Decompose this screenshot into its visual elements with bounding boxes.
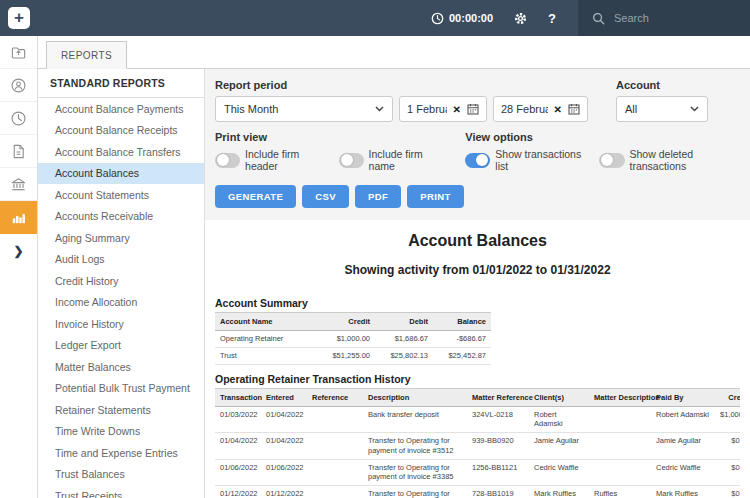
toggle-knob <box>601 154 613 166</box>
report-title: Account Balances <box>215 232 740 250</box>
cell: 01/04/2022 <box>261 433 307 460</box>
toggle-knob <box>341 154 353 166</box>
clock-icon <box>431 12 444 25</box>
filters-panel: Report period This Month <box>205 69 750 220</box>
cell: 728-BB1019 <box>467 486 529 498</box>
cell: 01/03/2022 <box>215 406 261 433</box>
timer-widget[interactable]: 00:00:00 <box>431 12 493 25</box>
sidebar-item-aging-summary[interactable]: Aging Summary <box>38 227 204 249</box>
view-options-toggles: Show transactions listShow deleted trans… <box>465 148 740 172</box>
view-options-label: View options <box>465 131 740 143</box>
cell: 939-BB0920 <box>467 433 529 460</box>
print-view-label: Print view <box>215 131 443 143</box>
generated-report: Account Balances Showing activity from 0… <box>205 220 750 498</box>
sidebar-item-retainer-statements[interactable]: Retainer Statements <box>38 399 204 421</box>
account-label: Account <box>616 79 708 91</box>
toggle-label: Show transactions list <box>495 148 586 172</box>
cell: Cedric Waffle <box>651 459 715 486</box>
date-from-input[interactable]: 1 February 2 ✕ <box>399 96 487 122</box>
toggle-show-deleted-transactions[interactable]: Show deleted transactions <box>599 148 740 172</box>
help-icon[interactable]: ? <box>548 11 556 26</box>
sidebar-item-potential-bulk-trust-payment[interactable]: Potential Bulk Trust Payment <box>38 378 204 400</box>
search-icon <box>592 12 605 25</box>
search-input[interactable]: Search <box>578 0 750 36</box>
column-header: Matter Description <box>589 388 651 406</box>
toggle-knob <box>217 154 229 166</box>
matters-icon[interactable] <box>0 36 37 69</box>
sidebar-section-header: STANDARD REPORTS <box>38 69 204 98</box>
cell: Jamie Aguilar <box>529 433 589 460</box>
cell <box>307 486 363 498</box>
cell: Mark Ruffles <box>529 486 589 498</box>
report-period-select[interactable]: This Month <box>215 96 393 122</box>
header-row: TransactionEnteredReferenceDescriptionMa… <box>215 388 740 406</box>
cell: Jamie Aguilar <box>651 433 715 460</box>
expand-sidebar-chevron-icon[interactable]: ❯ <box>0 234 37 267</box>
chevron-down-icon <box>375 106 384 112</box>
toggle-switch[interactable] <box>339 153 364 168</box>
cell: $1,000.00 <box>715 406 740 433</box>
cell <box>589 433 651 460</box>
search-placeholder: Search <box>614 12 649 24</box>
cell: Cedric Waffle <box>529 459 589 486</box>
toggle-switch[interactable] <box>215 153 240 168</box>
cell: $51,255.00 <box>317 347 375 364</box>
sidebar-item-income-allocation[interactable]: Income Allocation <box>38 292 204 314</box>
toggle-include-firm-header[interactable]: Include firm header <box>215 148 326 172</box>
contacts-icon[interactable] <box>0 69 37 102</box>
report-period-label: Report period <box>215 79 588 91</box>
reports-icon[interactable] <box>0 201 37 234</box>
sidebar-item-accounts-receivable[interactable]: Accounts Receivable <box>38 206 204 228</box>
sidebar-item-audit-logs[interactable]: Audit Logs <box>38 249 204 271</box>
sidebar-item-trust-receipts[interactable]: Trust Receipts <box>38 485 204 498</box>
clear-date-icon[interactable]: ✕ <box>554 104 562 115</box>
table-row: 01/03/202201/04/2022Bank transfer deposi… <box>215 406 740 433</box>
toggle-switch[interactable] <box>465 153 490 168</box>
cell: Mark Ruffles <box>651 486 715 498</box>
sidebar-item-time-and-expense-entries[interactable]: Time and Expense Entries <box>38 442 204 464</box>
pdf-button[interactable]: PDF <box>355 185 401 208</box>
sidebar-item-matter-balances[interactable]: Matter Balances <box>38 356 204 378</box>
cell: 324VL-0218 <box>467 406 529 433</box>
date-to-input[interactable]: 28 February ✕ <box>493 96 588 122</box>
column-header: Credit <box>715 388 740 406</box>
toggle-show-transactions-list[interactable]: Show transactions list <box>465 148 586 172</box>
sidebar-item-account-balance-payments[interactable]: Account Balance Payments <box>38 98 204 120</box>
reports-list: Account Balance PaymentsAccount Balance … <box>38 98 204 498</box>
cell: Bank transfer deposit <box>363 406 467 433</box>
left-icon-rail: ❯ <box>0 36 38 498</box>
toggle-switch[interactable] <box>599 153 624 168</box>
column-header: Balance <box>433 313 491 331</box>
print-button[interactable]: PRINT <box>407 185 464 208</box>
toggle-label: Include firm header <box>245 148 325 172</box>
transactions-heading: Operating Retainer Transaction History <box>215 373 740 385</box>
cell: Operating Retainer <box>215 331 317 348</box>
calendar-icon[interactable] <box>467 103 479 115</box>
settings-gear-icon[interactable] <box>513 11 528 26</box>
sidebar-item-ledger-export[interactable]: Ledger Export <box>38 335 204 357</box>
clear-date-icon[interactable]: ✕ <box>453 104 461 115</box>
sidebar-item-invoice-history[interactable]: Invoice History <box>38 313 204 335</box>
sidebar-item-account-balance-receipts[interactable]: Account Balance Receipts <box>38 120 204 142</box>
sidebar-item-time-write-downs[interactable]: Time Write Downs <box>38 421 204 443</box>
bank-icon[interactable] <box>0 168 37 201</box>
tab-reports[interactable]: REPORTS <box>46 41 127 69</box>
cell: 01/12/2022 <box>261 486 307 498</box>
account-select[interactable]: All <box>616 96 708 122</box>
toggle-label: Include firm name <box>369 148 444 172</box>
sidebar-item-account-balance-transfers[interactable]: Account Balance Transfers <box>38 141 204 163</box>
cell: 01/04/2022 <box>215 433 261 460</box>
generate-button[interactable]: GENERATE <box>215 185 296 208</box>
time-icon[interactable] <box>0 102 37 135</box>
sidebar-item-account-statements[interactable]: Account Statements <box>38 184 204 206</box>
table-row: 01/06/202201/06/2022Transfer to Operatin… <box>215 459 740 486</box>
sidebar-item-account-balances[interactable]: Account Balances <box>38 163 204 185</box>
add-new-button[interactable]: + <box>8 7 30 29</box>
toggle-include-firm-name[interactable]: Include firm name <box>339 148 444 172</box>
calendar-icon[interactable] <box>568 103 580 115</box>
cell: 01/06/2022 <box>261 459 307 486</box>
sidebar-item-trust-balances[interactable]: Trust Balances <box>38 464 204 486</box>
sidebar-item-credit-history[interactable]: Credit History <box>38 270 204 292</box>
csv-button[interactable]: CSV <box>302 185 349 208</box>
invoices-icon[interactable] <box>0 135 37 168</box>
